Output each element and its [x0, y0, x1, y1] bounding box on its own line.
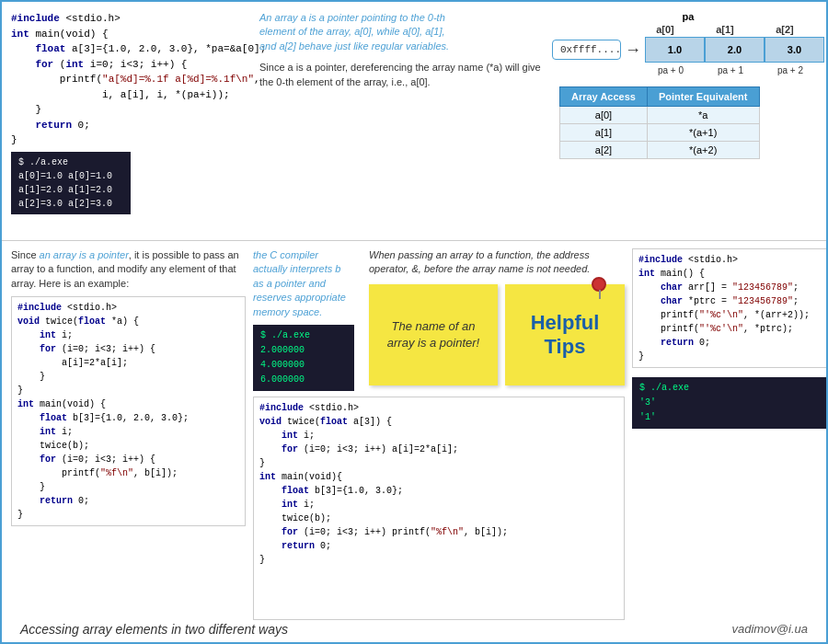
- middle-right-col: When passing an array to a function, the…: [369, 248, 625, 391]
- bottom-middle: the C compiler actually interprets b as …: [246, 248, 632, 620]
- pa-value-box: 0xffff....: [552, 40, 621, 60]
- since-array-text: Since an array is a pointer, it is possi…: [11, 248, 246, 291]
- terminal-1: $ ./a.exe a[0]=1.0 a[0]=1.0 a[1]=2.0 a[1…: [11, 152, 131, 214]
- cell-a0: 1.0: [645, 37, 705, 63]
- footer-title: Accessing array elements in two differen…: [20, 622, 288, 637]
- since-text-1: Since: [11, 249, 40, 260]
- array-diagram: pa a[0] a[1] a[2] 0xffff.... → 1.0 2.0 3…: [559, 11, 817, 75]
- terminal-2: $ ./a.exe 2.000000 4.000000 6.000000: [253, 325, 354, 391]
- cell-array-2: a[2]: [560, 142, 648, 159]
- top-code-left: #include <stdio.h> int main(void) { floa…: [11, 11, 250, 236]
- footer-email: vadimov@i.ua: [731, 622, 808, 637]
- pin-icon: [592, 277, 606, 292]
- helpful-tips: Helpful Tips: [505, 284, 625, 385]
- compiler-note-col: the C compiler actually interprets b as …: [253, 248, 354, 391]
- bottom-code-left: #include <stdio.h> void twice(float *a) …: [11, 296, 246, 526]
- table-row: a[1] *(a+1): [560, 124, 760, 142]
- code-block-middle: #include <stdio.h> void twice(float a[3]…: [253, 397, 625, 620]
- cell-a1: 2.0: [705, 37, 765, 63]
- passing-note: When passing an array to a function, the…: [369, 248, 625, 277]
- cell-array-0: a[0]: [560, 107, 648, 124]
- offset-0: pa + 0: [641, 65, 701, 75]
- helpful-tips-text: Helpful Tips: [520, 311, 610, 359]
- cell-a2: 3.0: [765, 37, 824, 63]
- code-block-top: #include <stdio.h> int main(void) { floa…: [11, 11, 250, 148]
- table-col2-header: Pointer Equivalent: [647, 87, 759, 107]
- cell-ptr-2: *(a+2): [647, 142, 759, 159]
- top-section: #include <stdio.h> int main(void) { floa…: [2, 2, 826, 241]
- cell-array-1: a[1]: [560, 124, 648, 142]
- array-row: 0xffff.... → 1.0 2.0 3.0: [552, 37, 824, 63]
- top-annotation: An array a is a pointer pointing to the …: [259, 11, 462, 53]
- sticky-area: The name of an array is a pointer! Helpf…: [369, 284, 625, 385]
- table-row: a[2] *(a+2): [560, 142, 760, 159]
- bottom-right: #include <stdio.h> int main() { char arr…: [632, 248, 828, 620]
- sticky-note: The name of an array is a pointer!: [369, 284, 498, 385]
- table-col1-header: Array Access: [560, 87, 648, 107]
- cell-ptr-0: *a: [647, 107, 759, 124]
- header-a1: a[1]: [696, 24, 755, 35]
- offset-1: pa + 1: [701, 65, 761, 75]
- table-row: a[0] *a: [560, 107, 760, 124]
- header-a0: a[0]: [636, 24, 696, 35]
- since-text-hl: an array is a pointer: [40, 249, 129, 260]
- terminal-3: $ ./a.exe '3' '1': [632, 377, 828, 429]
- bottom-section: Since an array is a pointer, it is possi…: [2, 241, 826, 627]
- array-access-table: Array Access Pointer Equivalent a[0] *a …: [559, 86, 760, 159]
- top-middle: An array a is a pointer pointing to the …: [250, 11, 559, 236]
- compiler-note: the C compiler actually interprets b as …: [253, 248, 354, 319]
- array-headers: a[0] a[1] a[2]: [562, 24, 815, 35]
- array-offsets: pa + 0 pa + 1 pa + 2: [557, 65, 821, 75]
- middle-top-row: the C compiler actually interprets b as …: [253, 248, 625, 391]
- top-right-diagram: pa a[0] a[1] a[2] 0xffff.... → 1.0 2.0 3…: [559, 11, 817, 236]
- code-block-right: #include <stdio.h> int main() { char arr…: [632, 248, 828, 368]
- arrow-icon: →: [625, 40, 641, 60]
- footer: Accessing array elements in two differen…: [2, 622, 826, 637]
- header-a2: a[2]: [755, 24, 815, 35]
- sticky-note-text: The name of an array is a pointer!: [384, 318, 483, 351]
- bottom-left: Since an array is a pointer, it is possi…: [11, 248, 246, 620]
- pa-label: pa: [654, 11, 723, 22]
- cell-ptr-1: *(a+1): [647, 124, 759, 142]
- since-pointer-text: Since a is a pointer, dereferencing the …: [259, 61, 550, 89]
- offset-2: pa + 2: [761, 65, 821, 75]
